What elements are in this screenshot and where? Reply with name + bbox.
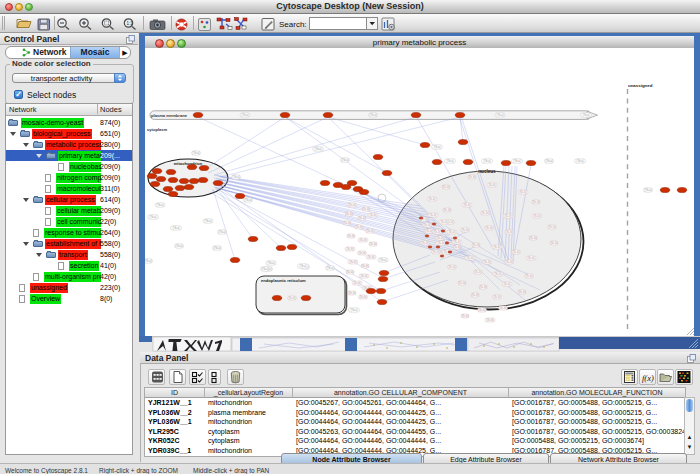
svg-text:(Yb-a): (Yb-a) [350, 308, 357, 312]
svg-text:(Sc-b): (Sc-b) [428, 197, 435, 201]
svg-text:(Yb-a): (Yb-a) [582, 113, 589, 117]
svg-text:(Yb-a): (Yb-a) [433, 145, 440, 149]
svg-text:(Yb-a): (Yb-a) [314, 147, 321, 151]
svg-text:cytoplasm: cytoplasm [147, 127, 168, 132]
svg-text:(Yb-a): (Yb-a) [326, 266, 333, 270]
svg-text:(Yb-a): (Yb-a) [513, 159, 520, 163]
svg-text:(Sc-b): (Sc-b) [493, 245, 500, 249]
svg-text:(Sc-b): (Sc-b) [360, 274, 367, 278]
svg-text:(Sc-b): (Sc-b) [532, 200, 539, 204]
svg-text:(Sc-b): (Sc-b) [478, 308, 485, 312]
svg-text:(Yb-a): (Yb-a) [299, 264, 306, 268]
svg-text:(Sc-b): (Sc-b) [443, 208, 450, 212]
svg-text:(Yb-a): (Yb-a) [267, 261, 274, 265]
svg-text:(Sc-b): (Sc-b) [461, 228, 468, 232]
svg-text:(Sc-b): (Sc-b) [494, 272, 501, 276]
svg-text:(Sc-b): (Sc-b) [358, 216, 365, 220]
svg-text:(Sc-b): (Sc-b) [466, 256, 473, 260]
svg-text:(Sc-b): (Sc-b) [512, 250, 519, 254]
svg-text:(Sc-b): (Sc-b) [471, 293, 478, 297]
svg-text:(Yb-a): (Yb-a) [145, 259, 152, 263]
svg-text:(Sc-b): (Sc-b) [485, 226, 492, 230]
svg-text:(Yb-a): (Yb-a) [369, 113, 376, 117]
svg-text:(Sc-b): (Sc-b) [481, 211, 488, 215]
svg-text:(Sc-b): (Sc-b) [423, 223, 430, 227]
svg-text:(Sc-b): (Sc-b) [346, 247, 353, 251]
svg-text:(Sc-b): (Sc-b) [343, 221, 350, 225]
svg-text:(Sc-b): (Sc-b) [550, 241, 557, 245]
svg-text:Search:: Search: [279, 20, 307, 29]
svg-text:1:1: 1:1 [127, 21, 134, 26]
svg-text:(Sc-b): (Sc-b) [421, 241, 428, 245]
svg-text:(Yb-a): (Yb-a) [446, 159, 453, 163]
svg-text:(Sc-b): (Sc-b) [345, 212, 352, 216]
svg-text:(Sc-b): (Sc-b) [369, 242, 376, 246]
svg-text:endoplasmic reticulum: endoplasmic reticulum [261, 278, 306, 283]
svg-text:(Sc-b): (Sc-b) [453, 245, 460, 249]
svg-text:(Yb-a): (Yb-a) [241, 113, 248, 117]
svg-text:(Sc-b): (Sc-b) [529, 236, 536, 240]
svg-text:(Sc-b): (Sc-b) [361, 264, 368, 268]
svg-text:(Sc-b): (Sc-b) [425, 229, 432, 233]
svg-text:(Sc-b): (Sc-b) [453, 240, 460, 244]
svg-text:(Sc-b): (Sc-b) [488, 183, 495, 187]
svg-text:(Yb-a): (Yb-a) [496, 113, 503, 117]
svg-text:(Yb-a): (Yb-a) [192, 151, 199, 155]
svg-text:(Sc-b): (Sc-b) [442, 185, 449, 189]
svg-text:(Sc-b): (Sc-b) [359, 238, 366, 242]
svg-text:(Sc-b): (Sc-b) [518, 290, 525, 294]
svg-text:(Sc-b): (Sc-b) [362, 207, 369, 211]
svg-text:(Sc-b): (Sc-b) [346, 270, 353, 274]
svg-text:(Yb-a): (Yb-a) [218, 230, 225, 234]
svg-text:(Sc-b): (Sc-b) [493, 295, 500, 299]
svg-text:(Sc-b): (Sc-b) [440, 220, 447, 224]
svg-text:(Sc-b): (Sc-b) [433, 230, 440, 234]
svg-text:(Sc-b): (Sc-b) [472, 243, 479, 247]
svg-text:(Yb-a): (Yb-a) [261, 267, 268, 271]
svg-text:(Sc-b): (Sc-b) [468, 175, 475, 179]
svg-text:(Sc-b): (Sc-b) [486, 318, 493, 322]
svg-text:unassigned: unassigned [628, 83, 653, 88]
svg-text:(Yb-a): (Yb-a) [483, 159, 490, 163]
svg-text:(Sc-b): (Sc-b) [533, 214, 540, 218]
svg-text:(Sc-b): (Sc-b) [503, 282, 510, 286]
svg-text:(Yb-a): (Yb-a) [232, 175, 239, 179]
svg-text:nucleus: nucleus [478, 169, 496, 174]
svg-text:(Yb-a): (Yb-a) [379, 258, 386, 262]
svg-text:(Sc-b): (Sc-b) [527, 256, 534, 260]
svg-text:(Sc-b): (Sc-b) [504, 214, 511, 218]
svg-text:(Yb-a): (Yb-a) [244, 198, 251, 202]
svg-text:(Yb-a): (Yb-a) [204, 219, 211, 223]
svg-text:(Sc-b): (Sc-b) [347, 234, 354, 238]
svg-text:plasma membrane: plasma membrane [151, 113, 188, 118]
svg-text:(Sc-b): (Sc-b) [458, 281, 465, 285]
svg-text:(Sc-b): (Sc-b) [461, 314, 468, 318]
svg-text:(Sc-b): (Sc-b) [448, 230, 455, 234]
svg-text:(Sc-b): (Sc-b) [348, 291, 355, 295]
svg-text:(Yb-a): (Yb-a) [576, 159, 583, 163]
svg-text:(Yb-a): (Yb-a) [213, 246, 220, 250]
svg-text:(Sc-b): (Sc-b) [483, 260, 490, 264]
svg-text:(Sc-b): (Sc-b) [525, 274, 532, 278]
svg-text:(Sc-b): (Sc-b) [437, 241, 444, 245]
svg-text:(Sc-b): (Sc-b) [432, 250, 439, 254]
svg-text:(Sc-b): (Sc-b) [348, 203, 355, 207]
svg-text:(Sc-b): (Sc-b) [366, 229, 373, 233]
svg-text:(Sc-b): (Sc-b) [505, 260, 512, 264]
svg-text:(Sc-b): (Sc-b) [359, 295, 366, 299]
svg-text:(Sc-b): (Sc-b) [429, 213, 436, 217]
svg-text:(Sc-b): (Sc-b) [479, 285, 486, 289]
svg-text:(Sc-b): (Sc-b) [358, 251, 365, 255]
svg-text:(Sc-b): (Sc-b) [369, 213, 376, 217]
svg-text:(Sc-b): (Sc-b) [519, 190, 526, 194]
svg-text:(Yb-a): (Yb-a) [545, 159, 552, 163]
svg-text:(Sc-b): (Sc-b) [448, 265, 455, 269]
svg-text:(Sc-b): (Sc-b) [353, 281, 360, 285]
svg-text:(Sc-b): (Sc-b) [463, 203, 470, 207]
svg-text:(Yb-a): (Yb-a) [341, 158, 348, 162]
svg-text:f(x): f(x) [642, 373, 654, 383]
svg-text:(Yb-a): (Yb-a) [149, 215, 156, 219]
svg-text:(Sc-b): (Sc-b) [548, 225, 555, 229]
svg-text:(Sc-b): (Sc-b) [367, 255, 374, 259]
svg-text:(Sc-b): (Sc-b) [436, 236, 443, 240]
